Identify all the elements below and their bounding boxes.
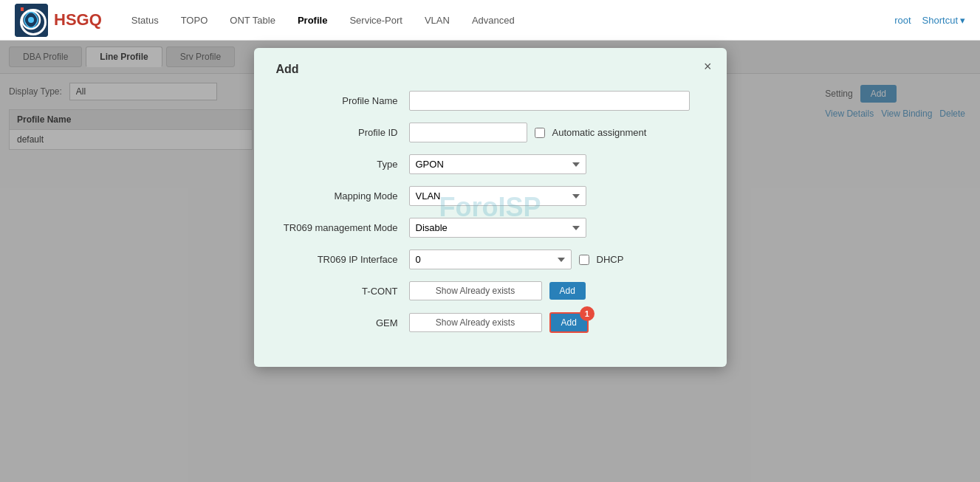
logo-text: HSGQ xyxy=(54,10,102,30)
mapping-mode-row: Mapping Mode VLAN xyxy=(276,186,705,206)
modal-close-button[interactable]: × xyxy=(704,59,712,75)
gem-label: GEM xyxy=(276,317,409,328)
nav-shortcut[interactable]: Shortcut ▾ xyxy=(922,15,965,26)
automatic-assignment-label: Automatic assignment xyxy=(552,127,647,138)
nav-vlan[interactable]: VLAN xyxy=(425,15,450,26)
nav-right: root Shortcut ▾ xyxy=(894,15,965,26)
automatic-assignment-checkbox[interactable] xyxy=(535,128,545,138)
tcont-show-button[interactable]: Show Already exists xyxy=(409,281,542,300)
gem-row: GEM Show Already exists Add 1 xyxy=(276,312,705,333)
gem-badge: 1 xyxy=(580,306,594,321)
nav-status[interactable]: Status xyxy=(131,15,159,26)
top-navigation: HSGQ Status TOPO ONT Table Profile Servi… xyxy=(0,0,980,41)
nav-advanced[interactable]: Advanced xyxy=(472,15,515,26)
nav-topo[interactable]: TOPO xyxy=(181,15,208,26)
type-label: Type xyxy=(276,159,409,170)
dhcp-label: DHCP xyxy=(597,254,624,265)
gem-group: Show Already exists Add 1 xyxy=(409,312,589,333)
chevron-down-icon: ▾ xyxy=(960,15,965,26)
tcont-group: Show Already exists Add xyxy=(409,281,586,300)
tr069-mgmt-label: TR069 management Mode xyxy=(276,222,409,233)
gem-show-button[interactable]: Show Already exists xyxy=(409,313,542,332)
add-modal: Add × ForoISP Profile Name Profile ID Au… xyxy=(254,48,727,367)
tr069-mgmt-row: TR069 management Mode Disable xyxy=(276,218,705,238)
profile-id-row: Profile ID Automatic assignment xyxy=(276,123,705,142)
tr069-ip-group: 0 DHCP xyxy=(409,249,624,269)
profile-id-label: Profile ID xyxy=(276,127,409,138)
nav-links: Status TOPO ONT Table Profile Service-Po… xyxy=(131,15,894,26)
mapping-mode-label: Mapping Mode xyxy=(276,190,409,202)
main-area: DBA Profile Line Profile Srv Profile Dis… xyxy=(0,41,980,482)
profile-name-input[interactable] xyxy=(409,91,690,111)
nav-user[interactable]: root xyxy=(894,15,911,26)
profile-name-row: Profile Name xyxy=(276,91,705,111)
tr069-ip-select[interactable]: 0 xyxy=(409,249,572,269)
nav-service-port[interactable]: Service-Port xyxy=(349,15,402,26)
svg-rect-0 xyxy=(15,4,48,37)
nav-ont-table[interactable]: ONT Table xyxy=(230,15,275,26)
dhcp-checkbox[interactable] xyxy=(579,255,589,265)
profile-id-input[interactable] xyxy=(409,123,527,142)
tcont-row: T-CONT Show Already exists Add xyxy=(276,281,705,300)
tr069-ip-label: TR069 IP Interface xyxy=(276,254,409,265)
type-row: Type GPON xyxy=(276,154,705,174)
nav-profile[interactable]: Profile xyxy=(298,15,327,26)
mapping-mode-select[interactable]: VLAN xyxy=(409,186,586,206)
logo-icon xyxy=(15,4,48,37)
tcont-label: T-CONT xyxy=(276,286,409,297)
svg-point-1 xyxy=(22,11,40,29)
type-select[interactable]: GPON xyxy=(409,154,586,174)
modal-title: Add xyxy=(276,63,705,76)
tcont-add-button[interactable]: Add xyxy=(549,282,586,300)
profile-name-label: Profile Name xyxy=(276,95,409,106)
modal-overlay: Add × ForoISP Profile Name Profile ID Au… xyxy=(0,41,980,482)
logo-area: HSGQ xyxy=(15,4,102,37)
tr069-mgmt-select[interactable]: Disable xyxy=(409,218,586,238)
svg-marker-3 xyxy=(21,7,24,11)
profile-id-group: Automatic assignment xyxy=(409,123,647,142)
svg-point-2 xyxy=(28,17,34,23)
tr069-ip-row: TR069 IP Interface 0 DHCP xyxy=(276,249,705,269)
